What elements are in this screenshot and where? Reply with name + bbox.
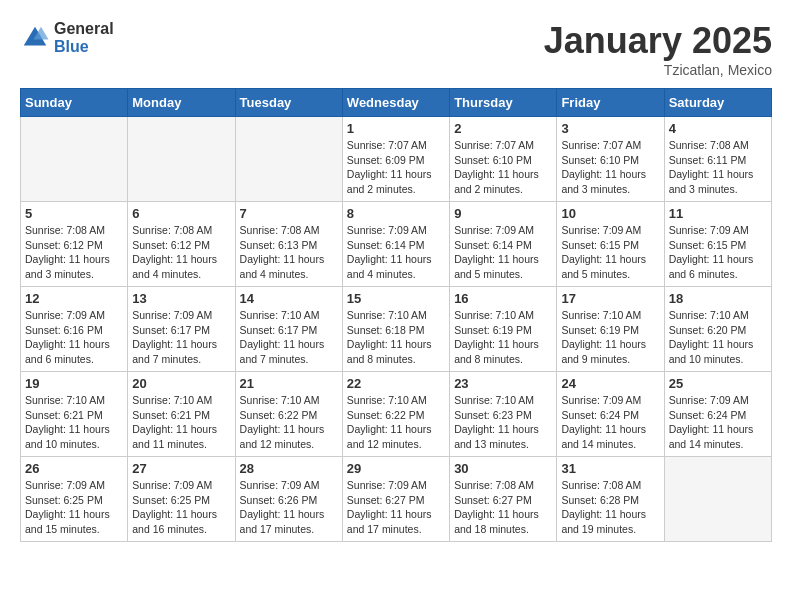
day-number: 23 [454,376,552,391]
calendar-day-cell: 4Sunrise: 7:08 AM Sunset: 6:11 PM Daylig… [664,117,771,202]
calendar-day-cell: 6Sunrise: 7:08 AM Sunset: 6:12 PM Daylig… [128,202,235,287]
calendar-header: SundayMondayTuesdayWednesdayThursdayFrid… [21,89,772,117]
day-info: Sunrise: 7:07 AM Sunset: 6:10 PM Dayligh… [561,138,659,197]
calendar-week-row: 1Sunrise: 7:07 AM Sunset: 6:09 PM Daylig… [21,117,772,202]
day-number: 6 [132,206,230,221]
calendar-week-row: 5Sunrise: 7:08 AM Sunset: 6:12 PM Daylig… [21,202,772,287]
day-number: 11 [669,206,767,221]
day-number: 27 [132,461,230,476]
calendar-day-cell: 7Sunrise: 7:08 AM Sunset: 6:13 PM Daylig… [235,202,342,287]
logo-blue-text: Blue [54,38,114,56]
day-number: 18 [669,291,767,306]
calendar-day-cell: 5Sunrise: 7:08 AM Sunset: 6:12 PM Daylig… [21,202,128,287]
day-number: 28 [240,461,338,476]
day-number: 5 [25,206,123,221]
day-info: Sunrise: 7:09 AM Sunset: 6:15 PM Dayligh… [561,223,659,282]
title-area: January 2025 Tzicatlan, Mexico [544,20,772,78]
calendar-week-row: 26Sunrise: 7:09 AM Sunset: 6:25 PM Dayli… [21,457,772,542]
calendar-day-cell: 2Sunrise: 7:07 AM Sunset: 6:10 PM Daylig… [450,117,557,202]
calendar-day-cell [664,457,771,542]
day-of-week-header: Saturday [664,89,771,117]
day-info: Sunrise: 7:09 AM Sunset: 6:14 PM Dayligh… [454,223,552,282]
calendar-day-cell: 28Sunrise: 7:09 AM Sunset: 6:26 PM Dayli… [235,457,342,542]
day-number: 31 [561,461,659,476]
calendar-day-cell: 16Sunrise: 7:10 AM Sunset: 6:19 PM Dayli… [450,287,557,372]
day-number: 3 [561,121,659,136]
calendar-table: SundayMondayTuesdayWednesdayThursdayFrid… [20,88,772,542]
calendar-day-cell: 27Sunrise: 7:09 AM Sunset: 6:25 PM Dayli… [128,457,235,542]
calendar-day-cell: 3Sunrise: 7:07 AM Sunset: 6:10 PM Daylig… [557,117,664,202]
calendar-day-cell: 21Sunrise: 7:10 AM Sunset: 6:22 PM Dayli… [235,372,342,457]
calendar-day-cell: 30Sunrise: 7:08 AM Sunset: 6:27 PM Dayli… [450,457,557,542]
day-number: 24 [561,376,659,391]
calendar-day-cell: 31Sunrise: 7:08 AM Sunset: 6:28 PM Dayli… [557,457,664,542]
day-of-week-header: Tuesday [235,89,342,117]
day-number: 13 [132,291,230,306]
day-info: Sunrise: 7:08 AM Sunset: 6:11 PM Dayligh… [669,138,767,197]
day-info: Sunrise: 7:09 AM Sunset: 6:17 PM Dayligh… [132,308,230,367]
day-info: Sunrise: 7:09 AM Sunset: 6:15 PM Dayligh… [669,223,767,282]
calendar-day-cell [235,117,342,202]
day-info: Sunrise: 7:10 AM Sunset: 6:17 PM Dayligh… [240,308,338,367]
day-of-week-header: Sunday [21,89,128,117]
calendar-day-cell: 22Sunrise: 7:10 AM Sunset: 6:22 PM Dayli… [342,372,449,457]
day-info: Sunrise: 7:10 AM Sunset: 6:20 PM Dayligh… [669,308,767,367]
calendar-week-row: 19Sunrise: 7:10 AM Sunset: 6:21 PM Dayli… [21,372,772,457]
day-number: 1 [347,121,445,136]
day-info: Sunrise: 7:09 AM Sunset: 6:25 PM Dayligh… [132,478,230,537]
day-of-week-header: Monday [128,89,235,117]
day-info: Sunrise: 7:10 AM Sunset: 6:18 PM Dayligh… [347,308,445,367]
logo: General Blue [20,20,114,55]
day-number: 9 [454,206,552,221]
day-info: Sunrise: 7:08 AM Sunset: 6:13 PM Dayligh… [240,223,338,282]
page-header: General Blue January 2025 Tzicatlan, Mex… [20,20,772,78]
day-info: Sunrise: 7:09 AM Sunset: 6:24 PM Dayligh… [669,393,767,452]
calendar-day-cell: 20Sunrise: 7:10 AM Sunset: 6:21 PM Dayli… [128,372,235,457]
day-number: 2 [454,121,552,136]
day-number: 30 [454,461,552,476]
logo-general-text: General [54,20,114,38]
day-number: 7 [240,206,338,221]
calendar-day-cell: 26Sunrise: 7:09 AM Sunset: 6:25 PM Dayli… [21,457,128,542]
calendar-day-cell: 19Sunrise: 7:10 AM Sunset: 6:21 PM Dayli… [21,372,128,457]
location: Tzicatlan, Mexico [544,62,772,78]
day-number: 17 [561,291,659,306]
calendar-day-cell: 17Sunrise: 7:10 AM Sunset: 6:19 PM Dayli… [557,287,664,372]
calendar-week-row: 12Sunrise: 7:09 AM Sunset: 6:16 PM Dayli… [21,287,772,372]
day-number: 10 [561,206,659,221]
day-number: 19 [25,376,123,391]
calendar-day-cell: 10Sunrise: 7:09 AM Sunset: 6:15 PM Dayli… [557,202,664,287]
calendar-day-cell [21,117,128,202]
day-of-week-header: Friday [557,89,664,117]
day-info: Sunrise: 7:10 AM Sunset: 6:19 PM Dayligh… [454,308,552,367]
day-info: Sunrise: 7:09 AM Sunset: 6:26 PM Dayligh… [240,478,338,537]
day-number: 12 [25,291,123,306]
day-number: 29 [347,461,445,476]
day-info: Sunrise: 7:09 AM Sunset: 6:14 PM Dayligh… [347,223,445,282]
month-title: January 2025 [544,20,772,62]
calendar-day-cell: 18Sunrise: 7:10 AM Sunset: 6:20 PM Dayli… [664,287,771,372]
day-info: Sunrise: 7:08 AM Sunset: 6:12 PM Dayligh… [132,223,230,282]
calendar-day-cell: 14Sunrise: 7:10 AM Sunset: 6:17 PM Dayli… [235,287,342,372]
day-info: Sunrise: 7:10 AM Sunset: 6:22 PM Dayligh… [347,393,445,452]
calendar-day-cell: 15Sunrise: 7:10 AM Sunset: 6:18 PM Dayli… [342,287,449,372]
calendar-day-cell: 9Sunrise: 7:09 AM Sunset: 6:14 PM Daylig… [450,202,557,287]
day-info: Sunrise: 7:10 AM Sunset: 6:21 PM Dayligh… [132,393,230,452]
day-number: 4 [669,121,767,136]
day-number: 22 [347,376,445,391]
calendar-body: 1Sunrise: 7:07 AM Sunset: 6:09 PM Daylig… [21,117,772,542]
day-number: 26 [25,461,123,476]
logo-text: General Blue [54,20,114,55]
calendar-day-cell: 23Sunrise: 7:10 AM Sunset: 6:23 PM Dayli… [450,372,557,457]
day-of-week-header: Thursday [450,89,557,117]
calendar-day-cell [128,117,235,202]
calendar-day-cell: 13Sunrise: 7:09 AM Sunset: 6:17 PM Dayli… [128,287,235,372]
day-number: 20 [132,376,230,391]
day-number: 14 [240,291,338,306]
calendar-day-cell: 1Sunrise: 7:07 AM Sunset: 6:09 PM Daylig… [342,117,449,202]
calendar-day-cell: 24Sunrise: 7:09 AM Sunset: 6:24 PM Dayli… [557,372,664,457]
day-of-week-header: Wednesday [342,89,449,117]
day-info: Sunrise: 7:08 AM Sunset: 6:12 PM Dayligh… [25,223,123,282]
day-info: Sunrise: 7:09 AM Sunset: 6:27 PM Dayligh… [347,478,445,537]
day-info: Sunrise: 7:09 AM Sunset: 6:25 PM Dayligh… [25,478,123,537]
